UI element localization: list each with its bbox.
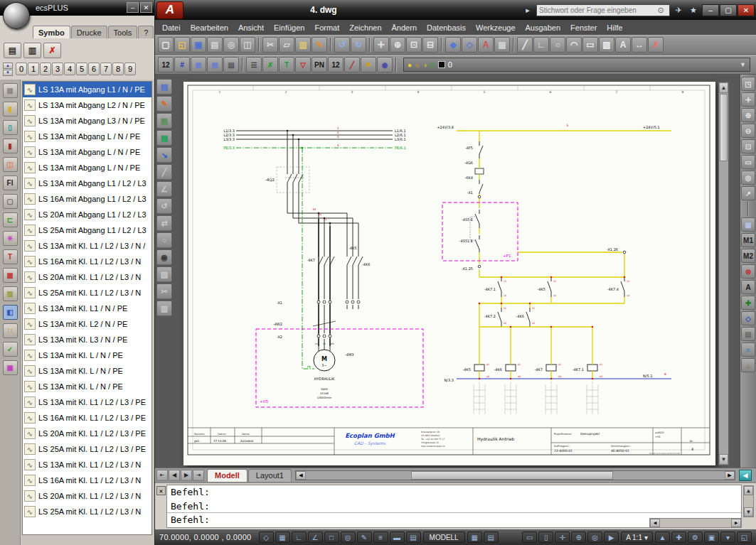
- toolbar-button-attributes[interactable]: A: [478, 37, 494, 53]
- toolbar-button-panel[interactable]: ▥: [156, 301, 172, 316]
- status-toggle-button-polar[interactable]: ∠: [308, 531, 323, 543]
- layer-state-icon-sun[interactable]: ☼: [414, 61, 420, 69]
- menu-item[interactable]: Hilfe: [602, 21, 627, 34]
- category-icon-relay[interactable]: ▢: [3, 194, 18, 209]
- toolbar-button-rotate[interactable]: ↺: [156, 198, 172, 214]
- toolbar-button-undo[interactable]: ↺: [334, 37, 350, 53]
- status-toggle-button-dyn[interactable]: ✎: [357, 531, 372, 543]
- symbol-list-item[interactable]: LS 13A mit Kl. L1 / L2 / L3 / N /: [23, 238, 151, 254]
- toolbar-button-home[interactable]: ⌂: [741, 358, 755, 372]
- toolbar-button-wire-line[interactable]: ╱: [344, 57, 360, 72]
- layer-state-icon-bulb[interactable]: ●: [408, 61, 412, 69]
- toolbar-button-point[interactable]: ◇: [741, 311, 755, 325]
- menu-item[interactable]: Datenbasis: [422, 21, 471, 34]
- maximize-button[interactable]: ▢: [720, 4, 737, 16]
- symbol-list-item[interactable]: LS 13A mit Abgang L2 / N / PE: [23, 97, 151, 113]
- search-icon[interactable]: ⊙: [654, 4, 667, 16]
- layer-state-icon-lock[interactable]: ⊙: [429, 61, 435, 69]
- category-icon-dots[interactable]: ∷: [3, 323, 18, 338]
- symbol-list-item[interactable]: LS 13A mit Abgang L / N / PE: [23, 160, 151, 176]
- number-button[interactable]: 8: [112, 63, 124, 75]
- number-button[interactable]: 2: [40, 63, 51, 75]
- menu-item[interactable]: Ändern: [387, 21, 422, 34]
- nav-icon-button-quick-view-layouts[interactable]: ▭: [522, 531, 537, 543]
- system-icon-button-clean-screen[interactable]: ◱: [737, 531, 752, 543]
- category-icon-fi-switch[interactable]: FI: [3, 176, 18, 190]
- symbol-list-item[interactable]: LS 25A mit Kl. L1 / L2 / L3 / N: [23, 504, 151, 519]
- category-icon-columns[interactable]: ▥: [3, 286, 18, 301]
- toolbar-button-save[interactable]: ▣: [191, 37, 206, 53]
- scroll-up-icon[interactable]: ▲: [744, 486, 753, 495]
- symbol-list-item[interactable]: LS 13A mit Abgang L / N / PE: [23, 129, 151, 144]
- menu-item[interactable]: Zeichnen: [344, 21, 386, 34]
- number-button[interactable]: 9: [124, 63, 136, 75]
- autocad-logo-icon[interactable]: A: [156, 1, 183, 19]
- tab-nav-button-prev-tab[interactable]: ◀: [169, 470, 180, 481]
- symbol-list-item[interactable]: LS 13A mit Kl. L1 / N / PE: [23, 301, 151, 316]
- toolbar-button-check-triangle[interactable]: ▽: [295, 57, 311, 72]
- toolbar-button-match-properties[interactable]: ✎: [312, 37, 327, 53]
- menu-item[interactable]: Format: [309, 21, 344, 34]
- toolbar-button-plot[interactable]: ▤: [207, 37, 223, 53]
- menu-item[interactable]: Datei: [157, 21, 186, 34]
- category-icon-star[interactable]: ✳: [3, 231, 18, 246]
- toolbar-button-table[interactable]: ▦: [494, 37, 510, 53]
- category-icon-bracket[interactable]: ⊏: [3, 212, 18, 227]
- category-icon-check[interactable]: ✓: [3, 342, 18, 357]
- toolbar-button-redo[interactable]: ↻: [351, 37, 366, 53]
- toolbar-button-erase[interactable]: ✗: [648, 37, 664, 53]
- menu-item[interactable]: Bearbeiten: [186, 21, 233, 34]
- toolbar-button-open[interactable]: ◱: [174, 37, 190, 53]
- toolbar-button-block[interactable]: ◆: [445, 37, 461, 53]
- command-vertical-scrollbar[interactable]: ▲ ▼: [743, 485, 754, 517]
- toolbar-button-named-views[interactable]: ◳: [741, 77, 755, 91]
- toolbar-button-export-green[interactable]: ✗: [262, 57, 278, 72]
- symbol-list-item[interactable]: LS 25A mit Kl. L1 / L2 / L3 / PE: [23, 441, 151, 457]
- minimize-button[interactable]: –: [702, 4, 719, 16]
- tab-nav-button-first-tab[interactable]: ⇤: [156, 470, 168, 481]
- menu-item[interactable]: Einfügen: [269, 21, 309, 34]
- category-icon-breaker[interactable]: ◧: [3, 305, 18, 320]
- ecsplus-tool-button-print-setup[interactable]: ▥: [23, 43, 41, 58]
- number-button[interactable]: 0: [16, 63, 27, 75]
- command-horizontal-scrollbar[interactable]: ◀ ▶: [649, 518, 742, 528]
- status-toggle-button-dbks[interactable]: ▬: [390, 531, 405, 543]
- status-toggle-button-otrack[interactable]: ◎: [341, 531, 356, 543]
- symbol-list-item[interactable]: LS 13A mit Kl. L2 / N / PE: [23, 316, 151, 332]
- symbol-list-item[interactable]: LS 25A mit Abgang L1 / L2 / L3: [23, 222, 151, 238]
- toolbar-button-dimension[interactable]: ↔: [632, 37, 647, 53]
- toolbar-button-zoom-out[interactable]: ⊖: [741, 124, 755, 138]
- toolbar-button-polyline[interactable]: ∟: [533, 37, 549, 53]
- main-titlebar[interactable]: A 4. dwg ▸ ⊙ ✈ ★ – ▢ ✕: [155, 0, 756, 20]
- toolbar-button-trim[interactable]: ✂: [156, 284, 172, 299]
- drawing-vertical-scrollbar[interactable]: ▲ ▼: [718, 82, 729, 465]
- ecsplus-close-button[interactable]: ✕: [140, 2, 152, 13]
- tab-nav-button-next-tab[interactable]: ▶: [181, 470, 192, 481]
- toolbar-button-wire-hash[interactable]: #: [174, 57, 190, 72]
- drawing-area[interactable]: ▤✎▦▩↘╱∠↺⇄○◉▧✂▥: [155, 75, 756, 468]
- number-button[interactable]: 4: [64, 63, 75, 75]
- scrollbar-thumb[interactable]: [411, 471, 613, 480]
- toolbar-button-circle[interactable]: ○: [156, 232, 172, 248]
- toolbar-button-arrow-se[interactable]: ↘: [156, 147, 172, 163]
- command-line-window[interactable]: ✕ Befehl:Befehl: Befehl: ▲ ▼ ◀ ▶: [155, 482, 756, 529]
- nav-icon-button-show-motion[interactable]: ▶: [604, 531, 619, 543]
- toolbar-button-zoom-previous[interactable]: ⊟: [422, 37, 438, 53]
- toolbar-button-layers[interactable]: ▤: [741, 327, 755, 341]
- system-icon-button-toolbar-lock[interactable]: ▣: [704, 531, 719, 543]
- menu-item[interactable]: Fenster: [565, 21, 602, 34]
- nav-icon-button-zoom[interactable]: ⊕: [571, 531, 586, 543]
- toolbar-button-qnew[interactable]: ▢: [158, 37, 174, 53]
- status-toggle-button-grid[interactable]: ▦: [275, 531, 290, 543]
- ecsplus-tool-button-delete[interactable]: ✗: [43, 43, 61, 58]
- toolbar-button-publish[interactable]: ◫: [240, 37, 255, 53]
- command-close-icon[interactable]: ✕: [156, 486, 166, 495]
- nav-icon-button-steering-wheel[interactable]: ◎: [587, 531, 602, 543]
- symbol-list-item[interactable]: LS 13A mit Abgang L1 / L2 / L3: [23, 176, 151, 191]
- toolbar-button-macro-m1[interactable]: M1: [741, 233, 755, 247]
- toolbar-button-green-grid[interactable]: ▩: [156, 130, 172, 146]
- status-toggle-button-ortho[interactable]: ∟: [292, 531, 307, 543]
- nav-icon-button-pan[interactable]: ✛: [555, 531, 570, 543]
- symbol-list-item[interactable]: LS 20A mit Kl. L1 / L2 / L3 / N: [23, 488, 151, 504]
- nav-icon-button-quick-view-drawings[interactable]: ▯: [538, 531, 553, 543]
